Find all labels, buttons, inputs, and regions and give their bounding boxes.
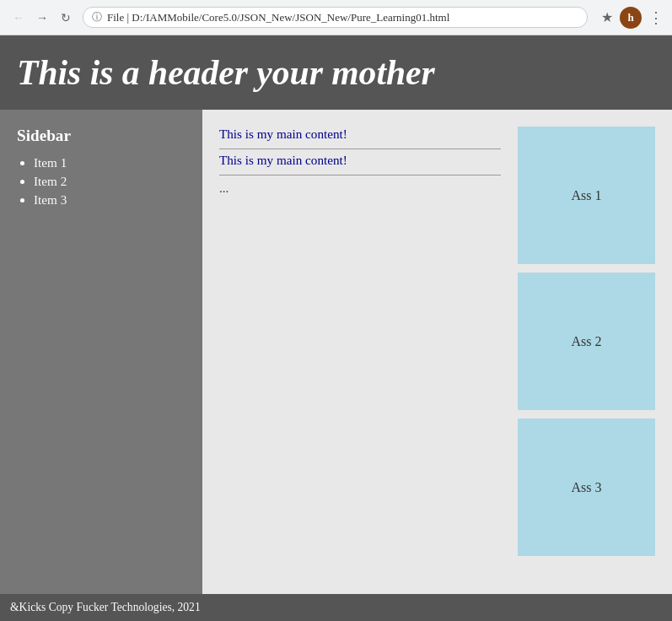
nav-buttons: ← → ↻ — [8, 8, 76, 28]
main-content: This is my main content! This is my main… — [202, 110, 672, 594]
sidebar: Sidebar Item 1 Item 2 Item 3 — [0, 110, 202, 594]
aside-box-1: Ass 1 — [518, 127, 655, 264]
back-button[interactable]: ← — [8, 8, 29, 28]
page-wrapper: This is a header your mother Sidebar Ite… — [0, 35, 672, 621]
url-text: File | D:/IAMMobile/Core5.0/JSON_New/JSO… — [107, 11, 449, 24]
page-title: This is a header your mother — [17, 52, 655, 93]
address-bar[interactable]: ⓘ File | D:/IAMMobile/Core5.0/JSON_New/J… — [83, 7, 588, 28]
page-header: This is a header your mother — [0, 35, 672, 110]
content-text: This is my main content! This is my main… — [219, 127, 501, 577]
content-line-1: This is my main content! — [219, 127, 501, 149]
page-footer: &Kicks Copy Fucker Technologies, 2021 — [0, 594, 672, 621]
sidebar-list: Item 1 Item 2 Item 3 — [17, 155, 185, 208]
lock-icon: ⓘ — [92, 10, 102, 24]
sidebar-title: Sidebar — [17, 127, 185, 145]
aside-boxes: Ass 1 Ass 2 Ass 3 — [518, 127, 655, 577]
avatar[interactable]: h — [620, 7, 642, 29]
body-area: Sidebar Item 1 Item 2 Item 3 This is my … — [0, 110, 672, 594]
content-line-2: This is my main content! — [219, 153, 501, 176]
sidebar-item-2[interactable]: Item 2 — [34, 174, 185, 189]
reload-button[interactable]: ↻ — [56, 8, 76, 28]
browser-chrome: ← → ↻ ⓘ File | D:/IAMMobile/Core5.0/JSON… — [0, 0, 672, 35]
footer-text: &Kicks Copy Fucker Technologies, 2021 — [10, 601, 201, 613]
forward-button[interactable]: → — [32, 8, 52, 28]
sidebar-item-3[interactable]: Item 3 — [34, 192, 185, 208]
menu-icon[interactable]: ⋮ — [648, 8, 664, 27]
bookmark-icon[interactable]: ★ — [601, 9, 613, 25]
aside-box-2: Ass 2 — [518, 273, 655, 410]
content-dots: ... — [219, 181, 501, 196]
aside-box-3: Ass 3 — [518, 418, 655, 556]
sidebar-item-1[interactable]: Item 1 — [34, 155, 185, 170]
